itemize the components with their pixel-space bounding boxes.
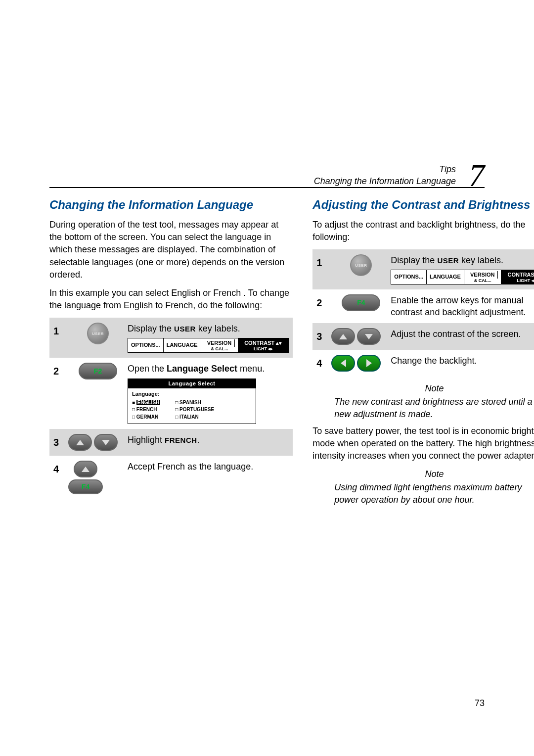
down-arrow-key-icon	[94, 434, 118, 451]
up-arrow-key-icon	[68, 434, 92, 451]
softkey-bar: OPTIONS... LANGUAGE VERSION& CAL... CONT…	[391, 270, 534, 284]
user-key-ref: USER	[174, 325, 196, 333]
right-steps: 1 Display the USER key labels. OPTIONS..…	[312, 249, 534, 377]
right-step-3: 3 Adjust the contrast of the screen.	[312, 323, 534, 350]
down-arrow-key-icon	[357, 328, 381, 345]
opt-german: GERMAN	[136, 414, 158, 420]
opt-italian: ITALIAN	[179, 414, 199, 420]
f2-key-icon: F2	[79, 363, 117, 379]
step-text: key labels.	[459, 255, 503, 265]
step-text: Display the	[128, 324, 174, 333]
header-subtitle: Changing the Information Language	[49, 175, 456, 187]
menu-title: Language Select	[128, 379, 256, 388]
right-step-1: 1 Display the USER key labels. OPTIONS..…	[312, 249, 534, 289]
step-number: 3	[316, 328, 331, 342]
battery-paragraph: To save battery power, the test tool is …	[312, 425, 534, 463]
softkey-contrast: CONTRAST ▴▾LIGHT ◂▸	[501, 270, 534, 284]
page: Tips Changing the Information Language 7…	[0, 0, 534, 756]
opt-english: ENGLISH	[136, 400, 160, 405]
note-title: Note	[312, 469, 534, 479]
right-heading: Adjusting the Contrast and Brightness	[312, 198, 534, 212]
note-title: Note	[312, 383, 534, 394]
softkey-options: OPTIONS...	[128, 338, 164, 352]
step-number: 2	[316, 294, 331, 309]
user-key-icon	[350, 254, 372, 276]
step-number: 4	[53, 461, 68, 475]
step-text: .	[197, 435, 200, 445]
left-intro-1: During operation of the test tool, messa…	[49, 219, 293, 281]
step-text: Accept French as the language.	[128, 461, 289, 472]
page-header: Tips Changing the Information Language	[49, 163, 485, 188]
step-number: 3	[53, 434, 68, 448]
header-rule	[49, 187, 485, 188]
f4-key-icon: F4	[342, 294, 380, 311]
step-text: Highlight	[128, 435, 165, 445]
step-text: menu.	[237, 364, 265, 374]
user-key-ref: USER	[437, 256, 459, 265]
right-arrow-key-icon	[357, 355, 381, 372]
opt-portuguese: PORTUGUESE	[179, 407, 214, 412]
f4-key-icon: F4	[68, 479, 103, 494]
step-number: 2	[53, 363, 68, 377]
left-intro-2: In this example you can select English o…	[49, 287, 293, 312]
softkey-contrast: CONTRAST ▴▾LIGHT ◂▸	[238, 338, 288, 352]
step-text: Open the	[128, 364, 167, 374]
step-number: 1	[53, 323, 68, 337]
softkey-version: VERSION& CAL...	[464, 270, 502, 284]
softkey-version: VERSION& CAL...	[201, 338, 239, 352]
softkey-options: OPTIONS...	[391, 270, 427, 284]
right-step-2: 2 F4 Enable the arrow keys for manual co…	[312, 289, 534, 324]
up-arrow-key-icon	[331, 328, 355, 345]
note-body: The new contrast and brightness are stor…	[312, 396, 534, 425]
menu-label: Language:	[132, 390, 252, 398]
softkey-language: LANGUAGE	[164, 338, 201, 352]
step-text: Display the	[391, 255, 437, 265]
step-number: 1	[316, 254, 331, 269]
left-step-4: 4 F4 Accept French as the language.	[49, 456, 293, 499]
right-column: Adjusting the Contrast and Brightness To…	[312, 198, 534, 511]
user-key-icon	[87, 323, 109, 344]
step-text: Change the backlight.	[391, 355, 534, 367]
left-column: Changing the Information Language During…	[49, 198, 293, 511]
menu-col-1: ■ ENGLISH □ FRENCH □ GERMAN	[132, 399, 160, 421]
step-text: Adjust the contrast of the screen.	[391, 328, 534, 340]
opt-spanish: SPANISH	[179, 400, 201, 405]
softkey-language: LANGUAGE	[427, 270, 464, 284]
left-arrow-key-icon	[331, 355, 355, 372]
left-steps: 1 Display the USER key labels. OPTIONS..…	[49, 318, 293, 499]
menu-col-2: □ SPANISH □ PORTUGUESE □ ITALIAN	[175, 399, 214, 421]
language-select-bold: Language Select	[167, 364, 237, 374]
opt-french: FRENCH	[136, 407, 157, 412]
softkey-bar: OPTIONS... LANGUAGE VERSION& CAL... CONT…	[128, 338, 289, 353]
left-step-3: 3 Highlight FRENCH.	[49, 429, 293, 456]
note-body: Using dimmed light lengthens maximum bat…	[312, 481, 534, 511]
language-select-menu: Language Select Language: ■ ENGLISH □ FR…	[128, 378, 256, 424]
header-category: Tips	[49, 163, 456, 175]
up-arrow-key-icon	[74, 461, 97, 477]
step-text: key labels.	[196, 324, 240, 333]
chapter-number: 7	[469, 157, 485, 194]
left-step-1: 1 Display the USER key labels. OPTIONS..…	[49, 318, 293, 357]
french-ref: FRENCH	[165, 436, 197, 444]
step-text: Enable the arrow keys for manual contras…	[391, 294, 534, 319]
right-step-4: 4 Change the backlight.	[312, 350, 534, 377]
page-number: 73	[475, 698, 485, 709]
step-number: 4	[316, 355, 331, 369]
right-intro: To adjust the contrast and backlight bri…	[312, 219, 534, 243]
left-heading: Changing the Information Language	[49, 198, 293, 212]
left-step-2: 2 F2 Open the Language Select menu. Lang…	[49, 358, 293, 429]
